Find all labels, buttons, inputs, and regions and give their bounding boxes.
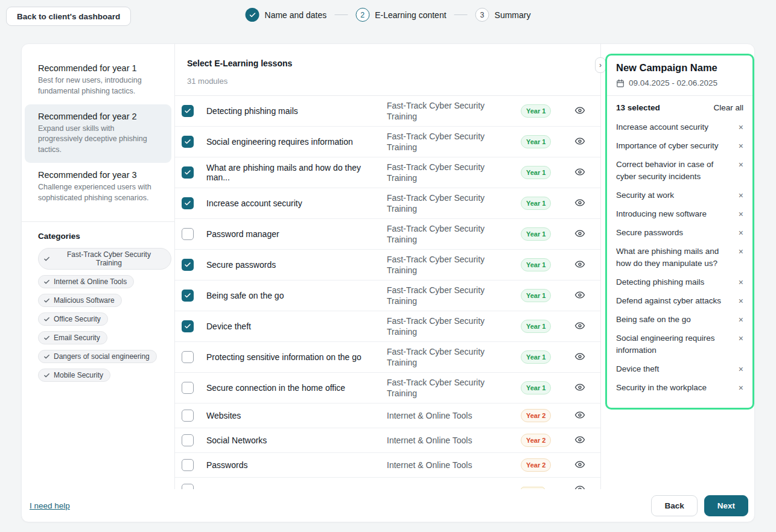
lesson-checkbox[interactable] [182,105,194,117]
lesson-category: Fast-Track Cyber Security Training [387,162,514,183]
recommendation-title: Recommended for year 3 [38,170,158,180]
check-icon [43,372,50,379]
selected-item: Being safe on the go× [616,314,743,326]
year-badge: Year 2 [521,409,551,422]
recommendation-item-year-1[interactable]: Recommended for year 1Best for new users… [25,56,171,104]
preview-lesson-button[interactable] [574,382,586,394]
year-badge-box: Year 2 [514,409,574,422]
lesson-section: Select E-Learning lessons 31 modules Det… [175,44,601,489]
lesson-name: Secure connection in the home office [206,383,387,393]
preview-lesson-button[interactable] [574,459,586,471]
check-icon [43,279,50,285]
remove-item-button[interactable]: × [739,208,743,220]
remove-item-button[interactable]: × [739,276,743,288]
lesson-name: Password manager [206,229,387,239]
stepper-step-2[interactable]: 2E-Learning content [355,8,446,22]
remove-item-button[interactable]: × [739,363,743,375]
help-link[interactable]: I need help [30,501,70,510]
lesson-category: Fast-Track Cyber Security Training [387,285,514,306]
preview-lesson-button[interactable] [574,105,586,117]
remove-item-button[interactable]: × [739,332,743,344]
lesson-category: Fast-Track Cyber Security Training [387,100,514,122]
lesson-checkbox[interactable] [182,166,194,179]
selected-item-label: Social engineering requires information [616,332,733,356]
selected-item: Increase account security× [616,121,743,133]
preview-lesson-button[interactable] [574,166,586,179]
lesson-name: What are phishing mails and how do they … [206,163,387,182]
category-chip[interactable]: Dangers of social engineering [38,350,157,363]
lesson-row: What are phishing mails and how do they … [175,157,600,188]
year-badge: Year 1 [521,350,551,364]
clear-all-button[interactable]: Clear all [713,103,743,112]
recommendation-item-year-3[interactable]: Recommended for year 3Challenge experien… [25,163,171,211]
category-chip[interactable]: Office Security [38,312,108,326]
lesson-checkbox[interactable] [182,410,194,422]
campaign-date-range: 09.04.2025 - 02.06.2025 [616,78,743,87]
preview-lesson-button[interactable] [574,136,586,148]
year-badge: Year 2 [521,434,551,447]
year-badge: Year 1 [521,135,551,148]
next-button[interactable]: Next [704,495,748,516]
lesson-checkbox[interactable] [182,320,194,332]
lesson-checkbox[interactable] [182,484,194,489]
selected-item: Device theft× [616,363,743,375]
check-icon [43,297,50,304]
remove-item-button[interactable]: × [739,227,743,239]
remove-item-button[interactable]: × [739,121,743,133]
remove-item-button[interactable]: × [739,159,743,171]
lesson-checkbox[interactable] [182,197,194,209]
category-chip[interactable]: Malicious Software [38,294,122,307]
preview-lesson-button[interactable] [574,351,586,363]
category-chip-label: Internet & Online Tools [54,277,127,286]
lesson-checkbox[interactable] [182,459,194,471]
collapse-panel-button[interactable]: › [595,57,606,73]
lesson-checkbox[interactable] [182,351,194,363]
stepper-step-1[interactable]: Name and dates [246,8,327,22]
lesson-checkbox[interactable] [182,290,194,302]
remove-item-button[interactable]: × [739,295,743,307]
lesson-name: Social engineering requires information [206,137,387,147]
lesson-category: Fast-Track Cyber Security Training [387,223,514,245]
remove-item-button[interactable]: × [739,314,743,326]
category-chip-label: Fast-Track Cyber Security Training [54,250,164,267]
back-button[interactable]: Back [651,495,697,516]
remove-item-button[interactable]: × [739,189,743,201]
category-chip[interactable]: Mobile Security [38,369,110,382]
lesson-row: PasswordsInternet & Online ToolsYear 2 [175,453,600,478]
preview-lesson-button[interactable] [574,410,586,422]
lesson-row-partial [175,478,600,489]
preview-lesson-button[interactable] [574,320,586,332]
category-chip[interactable]: Internet & Online Tools [38,275,134,288]
remove-item-button[interactable]: × [739,245,743,258]
preview-lesson-button[interactable] [574,484,586,489]
remove-item-button[interactable]: × [739,382,743,394]
preview-lesson-button[interactable] [574,434,586,446]
stepper-step-3[interactable]: 3Summary [475,8,531,22]
selected-item-label: Increase account security [616,121,708,133]
recommendation-list: Recommended for year 1Best for new users… [25,56,171,211]
recommendation-item-year-2[interactable]: Recommended for year 2Expand user skills… [25,104,171,163]
lesson-category: Fast-Track Cyber Security Training [387,315,514,337]
preview-lesson-button[interactable] [574,259,586,271]
preview-lesson-button[interactable] [574,197,586,209]
lesson-checkbox[interactable] [182,434,194,446]
step-number: 3 [475,8,489,22]
category-chip[interactable]: Fast-Track Cyber Security Training [38,248,171,270]
lesson-name: Increase account security [206,198,387,208]
lesson-checkbox[interactable] [182,259,194,271]
lesson-category: Internet & Online Tools [387,435,514,446]
remove-item-button[interactable]: × [739,140,743,152]
step-connector [454,14,468,16]
lesson-checkbox[interactable] [182,382,194,394]
lesson-checkbox[interactable] [182,228,194,240]
back-to-dashboard-button[interactable]: Back to client's dashboard [6,7,131,26]
lesson-list: Detecting phishing mailsFast-Track Cyber… [175,95,600,489]
lesson-category: Fast-Track Cyber Security Training [387,254,514,276]
summary-region: › New Campaign Name 09.04.2025 - 02.06.2… [601,44,754,489]
selected-item: Importance of cyber security× [616,140,743,152]
lesson-checkbox[interactable] [182,136,194,148]
category-chip[interactable]: Email Security [38,331,107,344]
preview-lesson-button[interactable] [574,228,586,240]
preview-lesson-button[interactable] [574,290,586,302]
recommendation-title: Recommended for year 1 [38,63,158,73]
